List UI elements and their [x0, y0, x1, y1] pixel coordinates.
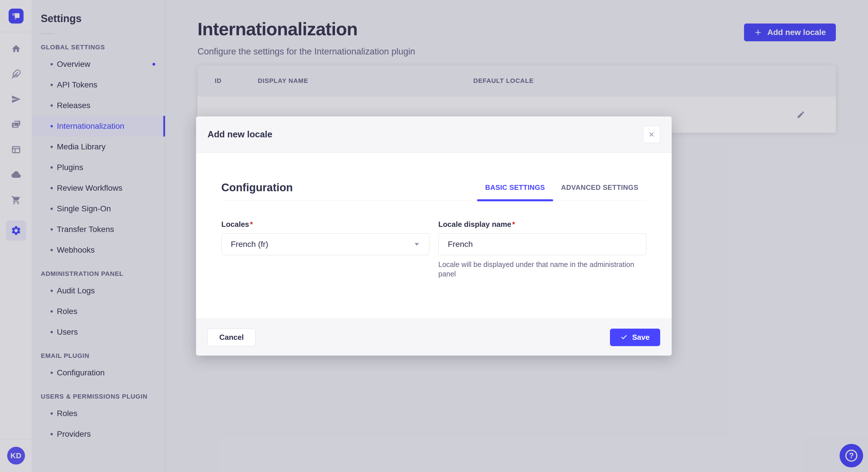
check-icon — [621, 334, 627, 341]
tab-advanced-settings[interactable]: ADVANCED SETTINGS — [553, 183, 646, 200]
close-modal-button[interactable] — [643, 126, 660, 143]
chevron-down-icon — [414, 242, 420, 247]
close-icon — [648, 131, 655, 138]
save-button-label: Save — [632, 333, 650, 342]
locale-form: Locales* French (fr) Locale display name… — [221, 220, 646, 279]
locales-select-value: French (fr) — [231, 240, 268, 249]
modal-title: Add new locale — [208, 129, 272, 140]
required-asterisk: * — [250, 220, 253, 229]
modal-footer: Cancel Save — [196, 318, 672, 356]
locales-select[interactable]: French (fr) — [221, 233, 429, 255]
display-name-field: Locale display name* Locale will be disp… — [438, 220, 646, 279]
locales-label-text: Locales — [221, 220, 249, 229]
modal-tabs: BASIC SETTINGS ADVANCED SETTINGS — [477, 183, 646, 200]
display-name-input[interactable] — [438, 233, 646, 255]
cancel-button[interactable]: Cancel — [208, 329, 255, 346]
configuration-title: Configuration — [221, 181, 293, 200]
modal-body: Configuration BASIC SETTINGS ADVANCED SE… — [196, 153, 672, 318]
required-asterisk: * — [512, 220, 515, 229]
locales-field: Locales* French (fr) — [221, 220, 429, 279]
display-name-hint: Locale will be displayed under that name… — [438, 260, 646, 279]
configuration-header: Configuration BASIC SETTINGS ADVANCED SE… — [221, 181, 646, 200]
tab-basic-settings[interactable]: BASIC SETTINGS — [477, 183, 553, 200]
modal-header: Add new locale — [196, 116, 672, 153]
add-locale-modal: Add new locale Configuration BASIC SETTI… — [196, 116, 672, 356]
locales-label: Locales* — [221, 220, 429, 229]
save-button[interactable]: Save — [610, 329, 660, 346]
display-name-label: Locale display name* — [438, 220, 646, 229]
display-name-label-text: Locale display name — [438, 220, 511, 229]
